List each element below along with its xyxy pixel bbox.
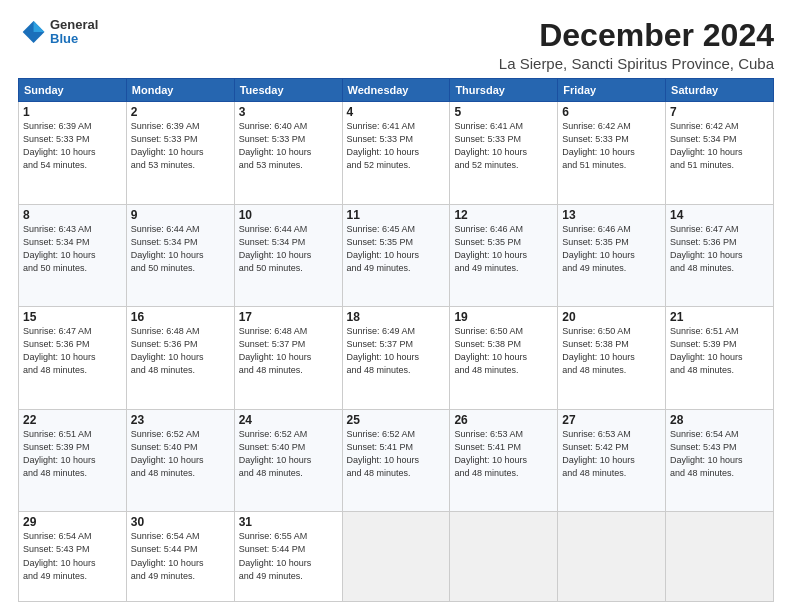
day-info: Sunrise: 6:50 AMSunset: 5:38 PMDaylight:…	[562, 325, 661, 377]
day-number: 11	[347, 208, 446, 222]
day-number: 5	[454, 105, 553, 119]
day-number: 12	[454, 208, 553, 222]
day-number: 30	[131, 515, 230, 529]
day-number: 22	[23, 413, 122, 427]
table-row: 10Sunrise: 6:44 AMSunset: 5:34 PMDayligh…	[234, 204, 342, 307]
table-row: 7Sunrise: 6:42 AMSunset: 5:34 PMDaylight…	[666, 102, 774, 205]
day-number: 20	[562, 310, 661, 324]
day-info: Sunrise: 6:39 AMSunset: 5:33 PMDaylight:…	[23, 120, 122, 172]
table-row: 14Sunrise: 6:47 AMSunset: 5:36 PMDayligh…	[666, 204, 774, 307]
table-row: 19Sunrise: 6:50 AMSunset: 5:38 PMDayligh…	[450, 307, 558, 410]
day-info: Sunrise: 6:54 AMSunset: 5:43 PMDaylight:…	[670, 428, 769, 480]
day-number: 21	[670, 310, 769, 324]
table-row: 25Sunrise: 6:52 AMSunset: 5:41 PMDayligh…	[342, 409, 450, 512]
logo-blue: Blue	[50, 32, 98, 46]
table-row: 30Sunrise: 6:54 AMSunset: 5:44 PMDayligh…	[126, 512, 234, 602]
table-row: 8Sunrise: 6:43 AMSunset: 5:34 PMDaylight…	[19, 204, 127, 307]
table-row: 31Sunrise: 6:55 AMSunset: 5:44 PMDayligh…	[234, 512, 342, 602]
header-tuesday: Tuesday	[234, 79, 342, 102]
table-row: 28Sunrise: 6:54 AMSunset: 5:43 PMDayligh…	[666, 409, 774, 512]
day-info: Sunrise: 6:52 AMSunset: 5:40 PMDaylight:…	[239, 428, 338, 480]
table-row: 23Sunrise: 6:52 AMSunset: 5:40 PMDayligh…	[126, 409, 234, 512]
svg-marker-1	[34, 21, 45, 32]
table-row: 21Sunrise: 6:51 AMSunset: 5:39 PMDayligh…	[666, 307, 774, 410]
table-row: 29Sunrise: 6:54 AMSunset: 5:43 PMDayligh…	[19, 512, 127, 602]
day-number: 9	[131, 208, 230, 222]
logo-text: General Blue	[50, 18, 98, 47]
table-row: 6Sunrise: 6:42 AMSunset: 5:33 PMDaylight…	[558, 102, 666, 205]
table-row: 5Sunrise: 6:41 AMSunset: 5:33 PMDaylight…	[450, 102, 558, 205]
day-number: 14	[670, 208, 769, 222]
table-row: 11Sunrise: 6:45 AMSunset: 5:35 PMDayligh…	[342, 204, 450, 307]
day-info: Sunrise: 6:53 AMSunset: 5:41 PMDaylight:…	[454, 428, 553, 480]
day-info: Sunrise: 6:41 AMSunset: 5:33 PMDaylight:…	[347, 120, 446, 172]
table-row: 15Sunrise: 6:47 AMSunset: 5:36 PMDayligh…	[19, 307, 127, 410]
header-monday: Monday	[126, 79, 234, 102]
day-info: Sunrise: 6:48 AMSunset: 5:37 PMDaylight:…	[239, 325, 338, 377]
table-row: 22Sunrise: 6:51 AMSunset: 5:39 PMDayligh…	[19, 409, 127, 512]
day-info: Sunrise: 6:48 AMSunset: 5:36 PMDaylight:…	[131, 325, 230, 377]
day-info: Sunrise: 6:46 AMSunset: 5:35 PMDaylight:…	[562, 223, 661, 275]
day-number: 27	[562, 413, 661, 427]
day-info: Sunrise: 6:41 AMSunset: 5:33 PMDaylight:…	[454, 120, 553, 172]
day-info: Sunrise: 6:47 AMSunset: 5:36 PMDaylight:…	[23, 325, 122, 377]
day-info: Sunrise: 6:53 AMSunset: 5:42 PMDaylight:…	[562, 428, 661, 480]
day-info: Sunrise: 6:52 AMSunset: 5:40 PMDaylight:…	[131, 428, 230, 480]
table-row: 12Sunrise: 6:46 AMSunset: 5:35 PMDayligh…	[450, 204, 558, 307]
day-info: Sunrise: 6:49 AMSunset: 5:37 PMDaylight:…	[347, 325, 446, 377]
day-info: Sunrise: 6:51 AMSunset: 5:39 PMDaylight:…	[670, 325, 769, 377]
table-row	[558, 512, 666, 602]
table-row	[342, 512, 450, 602]
day-number: 7	[670, 105, 769, 119]
day-info: Sunrise: 6:50 AMSunset: 5:38 PMDaylight:…	[454, 325, 553, 377]
table-row: 2Sunrise: 6:39 AMSunset: 5:33 PMDaylight…	[126, 102, 234, 205]
day-number: 31	[239, 515, 338, 529]
day-number: 17	[239, 310, 338, 324]
day-info: Sunrise: 6:52 AMSunset: 5:41 PMDaylight:…	[347, 428, 446, 480]
day-number: 23	[131, 413, 230, 427]
day-info: Sunrise: 6:44 AMSunset: 5:34 PMDaylight:…	[239, 223, 338, 275]
day-number: 4	[347, 105, 446, 119]
header: General Blue December 2024 La Sierpe, Sa…	[18, 18, 774, 72]
day-info: Sunrise: 6:45 AMSunset: 5:35 PMDaylight:…	[347, 223, 446, 275]
day-info: Sunrise: 6:51 AMSunset: 5:39 PMDaylight:…	[23, 428, 122, 480]
day-number: 18	[347, 310, 446, 324]
day-number: 1	[23, 105, 122, 119]
day-number: 8	[23, 208, 122, 222]
day-info: Sunrise: 6:54 AMSunset: 5:43 PMDaylight:…	[23, 530, 122, 582]
day-number: 6	[562, 105, 661, 119]
header-saturday: Saturday	[666, 79, 774, 102]
day-info: Sunrise: 6:54 AMSunset: 5:44 PMDaylight:…	[131, 530, 230, 582]
table-row: 24Sunrise: 6:52 AMSunset: 5:40 PMDayligh…	[234, 409, 342, 512]
header-sunday: Sunday	[19, 79, 127, 102]
day-number: 26	[454, 413, 553, 427]
day-number: 25	[347, 413, 446, 427]
day-info: Sunrise: 6:39 AMSunset: 5:33 PMDaylight:…	[131, 120, 230, 172]
table-row: 20Sunrise: 6:50 AMSunset: 5:38 PMDayligh…	[558, 307, 666, 410]
day-number: 3	[239, 105, 338, 119]
table-row: 16Sunrise: 6:48 AMSunset: 5:36 PMDayligh…	[126, 307, 234, 410]
table-row: 1Sunrise: 6:39 AMSunset: 5:33 PMDaylight…	[19, 102, 127, 205]
day-number: 29	[23, 515, 122, 529]
table-row: 4Sunrise: 6:41 AMSunset: 5:33 PMDaylight…	[342, 102, 450, 205]
table-row: 17Sunrise: 6:48 AMSunset: 5:37 PMDayligh…	[234, 307, 342, 410]
logo: General Blue	[18, 18, 98, 47]
day-info: Sunrise: 6:55 AMSunset: 5:44 PMDaylight:…	[239, 530, 338, 582]
day-number: 2	[131, 105, 230, 119]
day-info: Sunrise: 6:43 AMSunset: 5:34 PMDaylight:…	[23, 223, 122, 275]
day-number: 28	[670, 413, 769, 427]
table-row: 13Sunrise: 6:46 AMSunset: 5:35 PMDayligh…	[558, 204, 666, 307]
logo-icon	[18, 18, 46, 46]
month-title: December 2024	[499, 18, 774, 53]
table-row: 9Sunrise: 6:44 AMSunset: 5:34 PMDaylight…	[126, 204, 234, 307]
day-info: Sunrise: 6:44 AMSunset: 5:34 PMDaylight:…	[131, 223, 230, 275]
calendar-header-row: Sunday Monday Tuesday Wednesday Thursday…	[19, 79, 774, 102]
day-info: Sunrise: 6:47 AMSunset: 5:36 PMDaylight:…	[670, 223, 769, 275]
header-friday: Friday	[558, 79, 666, 102]
day-number: 10	[239, 208, 338, 222]
table-row: 18Sunrise: 6:49 AMSunset: 5:37 PMDayligh…	[342, 307, 450, 410]
day-info: Sunrise: 6:46 AMSunset: 5:35 PMDaylight:…	[454, 223, 553, 275]
day-info: Sunrise: 6:42 AMSunset: 5:34 PMDaylight:…	[670, 120, 769, 172]
page: General Blue December 2024 La Sierpe, Sa…	[0, 0, 792, 612]
day-number: 24	[239, 413, 338, 427]
